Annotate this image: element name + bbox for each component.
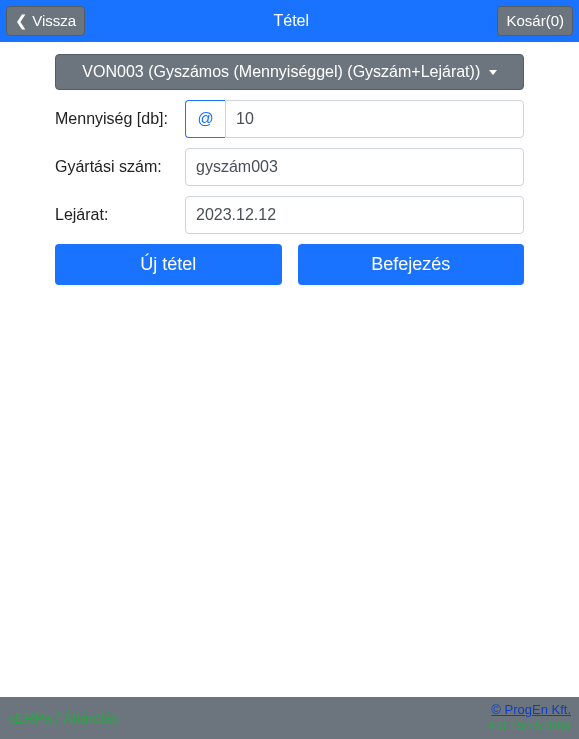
content-area: VON003 (Gyszámos (Mennyiséggel) (Gyszám+… — [0, 42, 579, 697]
finish-button[interactable]: Befejezés — [298, 244, 525, 285]
chevron-down-icon — [489, 70, 497, 75]
serial-row: Gyártási szám: — [55, 148, 524, 186]
version-text: 4.0.150.52889 — [488, 718, 571, 734]
expiry-input[interactable] — [185, 196, 524, 234]
product-select[interactable]: VON003 (Gyszámos (Mennyiséggel) (Gyszám+… — [55, 54, 524, 90]
expiry-row: Lejárat: — [55, 196, 524, 234]
product-select-label: VON003 (Gyszámos (Mennyiséggel) (Gyszám+… — [82, 63, 480, 80]
expiry-label: Lejárat: — [55, 196, 185, 226]
new-item-button[interactable]: Új tétel — [55, 244, 282, 285]
serial-label: Gyártási szám: — [55, 148, 185, 178]
serial-input[interactable] — [185, 148, 524, 186]
page-title: Tétel — [273, 12, 309, 30]
footer-bar: sERPa / Áttárolás © ProgEn Kft. 4.0.150.… — [0, 697, 579, 739]
company-link[interactable]: © ProgEn Kft. — [491, 702, 571, 717]
cart-button[interactable]: Kosár(0) — [497, 6, 573, 36]
quantity-label: Mennyiség [db]: — [55, 100, 185, 130]
footer-right: © ProgEn Kft. 4.0.150.52889 — [488, 702, 571, 733]
top-header: ❮ Vissza Tétel Kosár(0) — [0, 0, 579, 42]
back-button[interactable]: ❮ Vissza — [6, 6, 85, 36]
quantity-input[interactable] — [225, 100, 524, 138]
quantity-row: Mennyiség [db]: @ — [55, 100, 524, 138]
quantity-addon-button[interactable]: @ — [185, 100, 225, 138]
footer-left-text: sERPa / Áttárolás — [8, 710, 119, 726]
